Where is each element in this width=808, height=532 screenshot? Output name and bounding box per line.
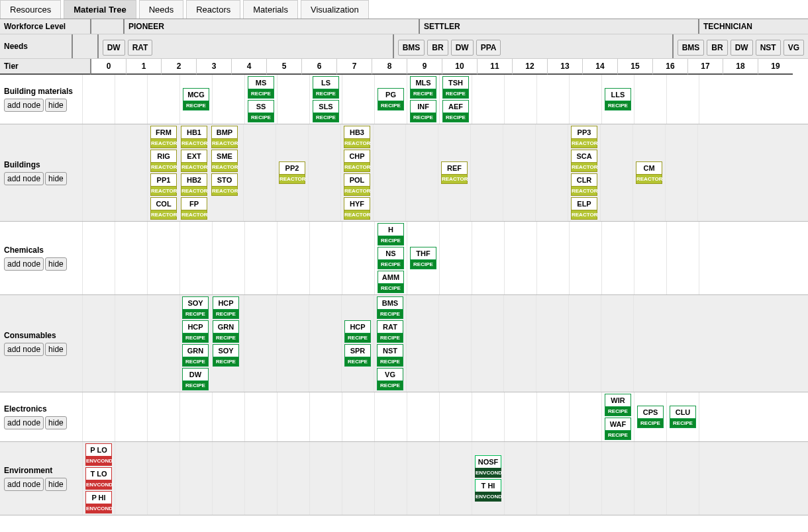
- hide-button[interactable]: hide: [45, 172, 67, 185]
- node-soy[interactable]: SOYRECIPE: [182, 296, 209, 319]
- tab-resources[interactable]: Resources: [0, 0, 61, 19]
- node-spr[interactable]: SPRRECIPE: [344, 344, 371, 367]
- grid-cell: [277, 442, 309, 515]
- node-tag: REACTOR: [571, 162, 597, 172]
- node-tag: RECIPE: [605, 406, 631, 416]
- tab-needs[interactable]: Needs: [139, 0, 184, 19]
- node-ref[interactable]: REFREACTOR: [441, 161, 468, 184]
- node-t-hi[interactable]: T HIENVCOND: [475, 479, 501, 502]
- node-label: CLR: [571, 173, 597, 186]
- node-thf[interactable]: THFRECIPE: [410, 247, 436, 269]
- node-rat[interactable]: RATRECIPE: [377, 320, 403, 343]
- node-label: P LO: [85, 443, 112, 456]
- node-p-lo[interactable]: P LOENVCOND: [85, 443, 112, 466]
- add-node-button[interactable]: add node: [4, 257, 44, 271]
- node-label: DW: [182, 368, 209, 380]
- node-mls[interactable]: MLSRECIPE: [410, 76, 436, 99]
- node-label: SOY: [213, 344, 239, 357]
- workforce-header: Workforce Level: [0, 19, 90, 34]
- node-sls[interactable]: SLSRECIPE: [313, 100, 339, 122]
- node-sme[interactable]: SMEREACTOR: [211, 150, 238, 172]
- node-clu[interactable]: CLURECIPE: [670, 406, 696, 428]
- node-clr[interactable]: CLRREACTOR: [571, 173, 597, 196]
- node-hb1[interactable]: HB1REACTOR: [181, 126, 207, 148]
- node-lls[interactable]: LLSRECIPE: [605, 88, 631, 111]
- node-p-hi[interactable]: P HIENVCOND: [85, 491, 112, 513]
- category-lead: Environmentadd nodehide: [0, 442, 82, 515]
- tab-materials[interactable]: Materials: [243, 0, 298, 19]
- node-ext[interactable]: EXTREACTOR: [181, 150, 207, 172]
- node-ls[interactable]: LSRECIPE: [313, 76, 339, 99]
- hide-button[interactable]: hide: [45, 343, 67, 356]
- node-hyf[interactable]: HYFREACTOR: [344, 197, 370, 220]
- node-elp[interactable]: ELPREACTOR: [571, 197, 597, 220]
- needs-technician: BMS BR DW NST VG: [678, 40, 804, 56]
- add-node-button[interactable]: add node: [4, 172, 44, 185]
- node-col[interactable]: COLREACTOR: [150, 197, 177, 220]
- node-cps[interactable]: CPSRECIPE: [637, 406, 664, 428]
- node-waf[interactable]: WAFRECIPE: [605, 418, 631, 440]
- node-nosf[interactable]: NOSFENVCOND: [475, 455, 501, 478]
- add-node-button[interactable]: add node: [4, 343, 44, 356]
- node-hb3[interactable]: HB3REACTOR: [344, 126, 370, 148]
- tab-visualization[interactable]: Visualization: [301, 0, 369, 19]
- node-nst[interactable]: NSTRECIPE: [377, 344, 403, 367]
- node-tag: RECIPE: [313, 89, 339, 99]
- node-wir[interactable]: WIRRECIPE: [605, 394, 631, 416]
- needs-pioneer: DW RAT: [103, 40, 389, 56]
- node-rig[interactable]: RIGREACTOR: [150, 150, 177, 172]
- node-grn[interactable]: GRNRECIPE: [182, 344, 209, 367]
- node-soy[interactable]: SOYRECIPE: [213, 344, 239, 367]
- add-node-button[interactable]: add node: [4, 478, 44, 491]
- node-tsh[interactable]: TSHRECIPE: [442, 76, 469, 99]
- node-inf[interactable]: INFRECIPE: [410, 100, 436, 122]
- category-body: P LOENVCONDT LOENVCONDP HIENVCONDNOSFENV…: [82, 442, 731, 515]
- node-hcp[interactable]: HCPRECIPE: [182, 320, 209, 343]
- grid-cell: WIRRECIPEWAFRECIPE: [601, 392, 634, 441]
- node-tag: RECIPE: [182, 380, 209, 390]
- node-label: PG: [378, 88, 404, 101]
- tab-reactors[interactable]: Reactors: [186, 0, 240, 19]
- tab-material-tree[interactable]: Material Tree: [64, 0, 136, 19]
- node-pp2[interactable]: PP2REACTOR: [279, 161, 305, 184]
- node-ns[interactable]: NSRECIPE: [378, 247, 404, 269]
- node-ms[interactable]: MSRECIPE: [248, 76, 274, 99]
- node-mcg[interactable]: MCGRECIPE: [183, 88, 209, 111]
- hide-button[interactable]: hide: [45, 416, 67, 429]
- node-pol[interactable]: POLREACTOR: [344, 173, 370, 196]
- hide-button[interactable]: hide: [45, 99, 67, 112]
- node-t-lo[interactable]: T LOENVCOND: [85, 467, 112, 490]
- node-cm[interactable]: CMREACTOR: [636, 161, 662, 184]
- grid-cell: [374, 442, 407, 515]
- node-tag: REACTOR: [211, 138, 238, 148]
- grid-cell: [536, 222, 569, 294]
- node-label: CPS: [637, 406, 664, 418]
- node-frm[interactable]: FRMREACTOR: [150, 126, 177, 148]
- node-vg[interactable]: VGRECIPE: [377, 368, 403, 390]
- node-dw[interactable]: DWRECIPE: [182, 368, 209, 390]
- grid-cell: [600, 124, 632, 221]
- node-grn[interactable]: GRNRECIPE: [213, 320, 239, 343]
- hide-button[interactable]: hide: [45, 478, 67, 491]
- hide-button[interactable]: hide: [45, 257, 67, 271]
- node-hb2[interactable]: HB2REACTOR: [181, 173, 207, 196]
- node-pg[interactable]: PGRECIPE: [378, 88, 404, 111]
- node-sto[interactable]: STOREACTOR: [211, 173, 238, 196]
- node-ss[interactable]: SSRECIPE: [248, 100, 274, 122]
- node-chp[interactable]: CHPREACTOR: [344, 150, 370, 172]
- node-pp3[interactable]: PP3REACTOR: [571, 126, 597, 148]
- node-hcp[interactable]: HCPRECIPE: [213, 296, 239, 319]
- tier-header-cell: 10: [442, 59, 477, 75]
- node-h[interactable]: HRECIPE: [378, 223, 404, 245]
- node-tag: RECIPE: [605, 101, 631, 111]
- node-aef[interactable]: AEFRECIPE: [442, 100, 469, 122]
- node-bms[interactable]: BMSRECIPE: [377, 296, 403, 319]
- node-amm[interactable]: AMMRECIPE: [378, 271, 404, 293]
- node-fp[interactable]: FPREACTOR: [181, 197, 207, 220]
- node-hcp[interactable]: HCPRECIPE: [344, 320, 371, 343]
- add-node-button[interactable]: add node: [4, 99, 44, 112]
- node-pp1[interactable]: PP1REACTOR: [150, 173, 177, 196]
- add-node-button[interactable]: add node: [4, 416, 44, 429]
- node-sca[interactable]: SCAREACTOR: [571, 150, 597, 172]
- node-bmp[interactable]: BMPREACTOR: [211, 126, 238, 148]
